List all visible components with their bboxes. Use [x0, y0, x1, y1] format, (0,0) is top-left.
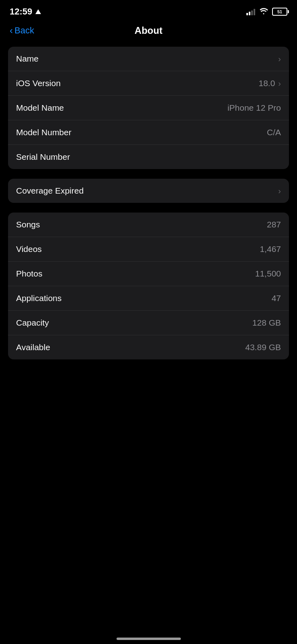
photos-value: 11,500 [255, 269, 281, 279]
model-name-label: Model Name [16, 103, 64, 113]
model-name-value: iPhone 12 Pro [227, 103, 281, 113]
capacity-row: Capacity 128 GB [8, 311, 289, 335]
chevron-right-icon: › [278, 54, 281, 64]
signal-icon [246, 8, 255, 15]
songs-value: 287 [267, 220, 281, 229]
available-value: 43.89 GB [245, 343, 281, 352]
available-label: Available [16, 343, 50, 352]
model-name-row: Model Name iPhone 12 Pro [8, 96, 289, 120]
model-number-value: C/A [267, 128, 281, 137]
device-info-section: Name › iOS Version 18.0 › Model Name iPh… [8, 47, 289, 169]
serial-number-label: Serial Number [16, 152, 70, 162]
coverage-row[interactable]: Coverage Expired › [8, 179, 289, 203]
coverage-label: Coverage Expired [16, 186, 84, 196]
page-title: About [135, 25, 162, 36]
status-bar: 12:59 51 [0, 0, 297, 22]
capacity-value: 128 GB [252, 318, 281, 328]
media-stats-section: Songs 287 Videos 1,467 Photos 11,500 App… [8, 213, 289, 359]
name-row[interactable]: Name › [8, 47, 289, 71]
ios-version-label: iOS Version [16, 78, 61, 88]
applications-value: 47 [272, 293, 281, 303]
nav-bar: ‹ Back About [0, 22, 297, 43]
model-number-label: Model Number [16, 128, 72, 137]
available-row: Available 43.89 GB [8, 335, 289, 359]
songs-label: Songs [16, 220, 40, 229]
name-label: Name [16, 54, 39, 64]
back-label: Back [14, 25, 34, 36]
capacity-label: Capacity [16, 318, 49, 328]
home-indicator [117, 638, 181, 640]
back-chevron-icon: ‹ [10, 26, 13, 35]
chevron-right-icon: › [278, 186, 281, 196]
name-value: › [278, 54, 281, 64]
battery-icon: 51 [272, 8, 287, 16]
songs-row: Songs 287 [8, 213, 289, 237]
status-right-icons: 51 [246, 7, 287, 17]
model-number-row: Model Number C/A [8, 120, 289, 145]
applications-row: Applications 47 [8, 286, 289, 311]
ios-version-value: 18.0 › [258, 78, 281, 88]
serial-number-row: Serial Number [8, 145, 289, 169]
videos-value: 1,467 [260, 244, 281, 254]
chevron-right-icon: › [278, 79, 281, 88]
status-time: 12:59 [10, 6, 41, 17]
videos-label: Videos [16, 244, 42, 254]
photos-label: Photos [16, 269, 42, 279]
content-area: Name › iOS Version 18.0 › Model Name iPh… [0, 43, 297, 373]
coverage-value: › [278, 186, 281, 196]
time-display: 12:59 [10, 6, 32, 17]
photos-row: Photos 11,500 [8, 262, 289, 286]
videos-row: Videos 1,467 [8, 237, 289, 262]
wifi-icon [259, 7, 268, 17]
back-button[interactable]: ‹ Back [10, 25, 34, 36]
coverage-section: Coverage Expired › [8, 179, 289, 203]
navigation-triangle-icon [35, 9, 41, 14]
ios-version-row[interactable]: iOS Version 18.0 › [8, 71, 289, 96]
battery-level: 51 [277, 10, 282, 14]
applications-label: Applications [16, 293, 61, 303]
